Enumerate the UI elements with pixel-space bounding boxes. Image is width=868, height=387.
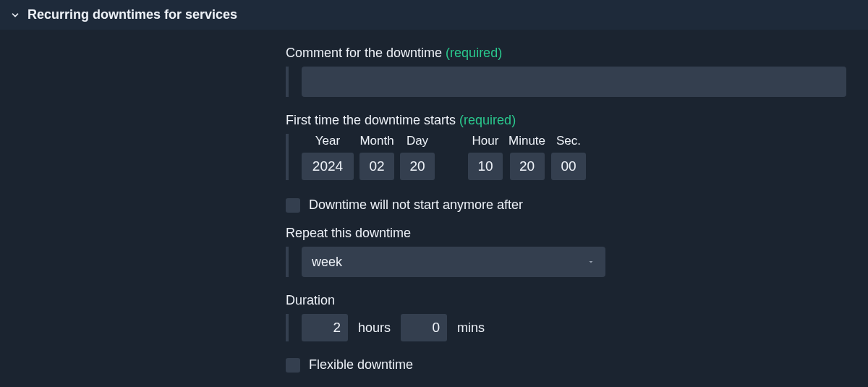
minute-head: Minute [509, 134, 545, 148]
repeat-select-value: week [312, 255, 342, 270]
comment-input[interactable] [302, 67, 846, 97]
starttime-label: First time the downtime starts (required… [286, 113, 868, 128]
duration-label: Duration [286, 293, 868, 308]
required-marker: (required) [446, 46, 502, 60]
section-header[interactable]: Recurring downtimes for services [0, 0, 868, 30]
year-input[interactable] [302, 153, 354, 180]
mins-unit-label: mins [447, 320, 495, 336]
month-head: Month [359, 134, 393, 148]
dropdown-arrow-icon [587, 258, 595, 266]
endtime-checkbox[interactable] [286, 198, 300, 213]
duration-hours-input[interactable] [302, 314, 348, 341]
minute-input[interactable] [510, 153, 545, 180]
repeat-label: Repeat this downtime [286, 226, 868, 241]
day-head: Day [407, 134, 428, 148]
field-indent-bar [286, 314, 289, 341]
repeat-select[interactable]: week [302, 247, 605, 277]
sec-input[interactable] [551, 153, 586, 180]
hour-input[interactable] [468, 153, 503, 180]
flexible-checkbox-label: Flexible downtime [309, 357, 413, 373]
duration-mins-input[interactable] [401, 314, 447, 341]
month-input[interactable] [359, 153, 394, 180]
hour-head: Hour [472, 134, 499, 148]
section-title: Recurring downtimes for services [27, 7, 237, 22]
sec-head: Sec. [556, 134, 581, 148]
comment-label: Comment for the downtime (required) [286, 46, 868, 61]
flexible-checkbox[interactable] [286, 358, 300, 373]
year-head: Year [315, 134, 340, 148]
chevron-down-icon [10, 10, 20, 20]
field-indent-bar [286, 67, 289, 97]
required-marker: (required) [459, 113, 516, 127]
hours-unit-label: hours [348, 320, 401, 336]
day-input[interactable] [400, 153, 435, 180]
field-indent-bar [286, 247, 289, 277]
endtime-checkbox-label: Downtime will not start anymore after [309, 197, 523, 213]
field-indent-bar [286, 134, 289, 180]
